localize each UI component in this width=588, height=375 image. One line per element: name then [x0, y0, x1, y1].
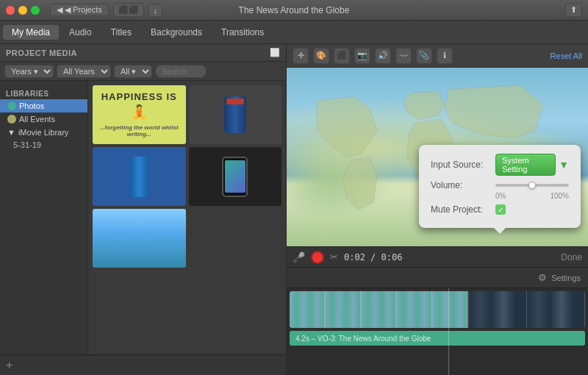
camera-tool[interactable]: 📷 — [354, 48, 370, 64]
audio-track[interactable]: 4.2s – VO-3: The News Around the Globe — [290, 331, 585, 346]
media-header: PROJECT MEDIA ⬜ — [0, 44, 286, 62]
settings-label[interactable]: Settings — [551, 274, 581, 282]
left-panel: PROJECT MEDIA ⬜ Years ▾ All Years All ▾ … — [0, 44, 287, 375]
import-btn[interactable]: ↓ — [148, 4, 163, 17]
input-source-control: System Setting ▼ — [495, 154, 569, 176]
project-media-label: PROJECT MEDIA — [6, 49, 77, 57]
toolbar: My Media Audio Titles Backgrounds Transi… — [0, 21, 588, 44]
phone-object — [222, 157, 248, 197]
gear-icon: ⚙ — [538, 272, 547, 283]
titlebar-left: ◀ ◀ Projects ⬛⬛ ↓ — [6, 3, 162, 17]
sidebar-item-date[interactable]: 5-31-19 — [0, 139, 87, 151]
tab-transitions[interactable]: Transitions — [212, 25, 273, 40]
years-filter[interactable]: Years ▾ — [4, 65, 54, 78]
right-panel: ✛ 🎨 ⬛ 📷 🔊 〰 📎 ℹ Reset All — [287, 44, 588, 375]
dark-frame-1 — [469, 291, 527, 328]
settings-row: ⚙ Settings — [287, 268, 588, 288]
window-title: The News Around the Globe — [239, 5, 350, 15]
sidebar: LIBRARIES Photos All Events ▼ iMovie Lib… — [0, 81, 88, 354]
preview-toolbar: ✛ 🎨 ⬛ 📷 🔊 〰 📎 ℹ Reset All — [287, 44, 588, 68]
titlebar-right: ⬆ — [565, 3, 582, 17]
back-label: ◀ Projects — [65, 5, 102, 15]
add-button[interactable]: + — [6, 359, 12, 372]
scissors-icon: ✂ — [330, 251, 338, 262]
content-area: LIBRARIES Photos All Events ▼ iMovie Lib… — [0, 81, 286, 354]
titlebar: ◀ ◀ Projects ⬛⬛ ↓ The News Around the Gl… — [0, 0, 588, 21]
reset-all-button[interactable]: Reset All — [551, 51, 582, 60]
tab-titles[interactable]: Titles — [102, 25, 140, 40]
sidebar-section-libraries: LIBRARIES — [0, 88, 87, 99]
swim-content — [93, 209, 186, 268]
mute-row: Mute Project: ✓ — [431, 204, 569, 215]
timeline-controls: 🎤 ✂ 0:02 / 0:06 Done — [287, 247, 588, 268]
input-source-row: Input Source: System Setting ▼ — [431, 154, 569, 176]
timeline-tracks: 4.2s – VO-3: The News Around the Globe — [287, 288, 588, 375]
info-tool[interactable]: ℹ — [437, 48, 453, 64]
microphone-icon: 🎤 — [293, 251, 305, 263]
track-segment-2 — [467, 291, 585, 328]
crosshair-tool[interactable]: ✛ — [293, 48, 309, 64]
phone-screen — [225, 160, 245, 193]
track-area: 4.2s – VO-3: The News Around the Globe — [287, 288, 588, 349]
crop-tool[interactable]: ⬛ — [334, 48, 350, 64]
track-frame-5 — [432, 291, 467, 328]
audio-track-label: 4.2s – VO-3: The News Around the Globe — [295, 335, 431, 343]
volume-tool[interactable]: 🔊 — [375, 48, 391, 64]
record-button[interactable] — [311, 251, 324, 264]
playhead — [448, 288, 449, 375]
media-thumb-beer[interactable] — [189, 85, 282, 144]
video-track[interactable] — [290, 291, 585, 328]
minimize-button[interactable] — [18, 6, 27, 15]
clip-tool[interactable]: 📎 — [416, 48, 432, 64]
volume-label: Volume: — [431, 180, 490, 190]
close-button[interactable] — [6, 6, 15, 15]
date-label: 5-31-19 — [13, 140, 41, 149]
back-arrow-icon: ◀ — [57, 5, 62, 15]
input-source-value[interactable]: System Setting — [495, 154, 556, 176]
back-button[interactable]: ◀ ◀ Projects — [50, 4, 109, 16]
track-frame-2 — [325, 291, 360, 328]
sidebar-item-photos[interactable]: Photos — [0, 99, 87, 113]
chevron-down-icon: ▼ — [7, 128, 15, 137]
tab-audio[interactable]: Audio — [60, 25, 101, 40]
input-source-label: Input Source: — [431, 160, 490, 170]
all-years-filter[interactable]: All Years — [57, 65, 111, 78]
mute-label: Mute Project: — [431, 204, 490, 215]
traffic-lights — [6, 6, 40, 15]
sidebar-photos-label: Photos — [19, 101, 44, 110]
share-btn[interactable]: ⬆ — [565, 3, 582, 17]
track-frame-1 — [290, 291, 325, 328]
clip-btn[interactable]: ⬛⬛ — [113, 3, 144, 17]
tab-backgrounds[interactable]: Backgrounds — [142, 25, 211, 40]
all-events-icon — [7, 115, 16, 124]
volume-row: Volume: — [431, 180, 569, 190]
vol-max-label: 100% — [550, 192, 569, 200]
media-thumb-phone[interactable] — [189, 147, 282, 206]
dark-frame-2 — [527, 291, 585, 328]
maximize-button[interactable] — [31, 6, 40, 15]
mute-checkbox[interactable]: ✓ — [495, 204, 506, 215]
dropdown-arrow-icon: ▼ — [559, 159, 569, 171]
volume-thumb — [528, 182, 536, 189]
volume-slider[interactable] — [495, 184, 569, 187]
done-button[interactable]: Done — [561, 252, 582, 262]
media-thumb-swim[interactable] — [93, 209, 186, 268]
tab-my-media[interactable]: My Media — [3, 25, 59, 40]
color-tool[interactable]: 🎨 — [313, 48, 329, 64]
photos-icon — [7, 101, 16, 110]
media-thumb-happiness[interactable]: HAPPINESS IS 🧘 ...forgetting the world w… — [93, 85, 186, 144]
sidebar-imovie-label: iMovie Library — [18, 128, 68, 137]
search-input[interactable] — [155, 65, 207, 78]
audio-popover: Input Source: System Setting ▼ Volume: 0… — [419, 145, 581, 228]
sidebar-item-imovie-library[interactable]: ▼ iMovie Library — [0, 126, 87, 139]
expand-icon[interactable]: ⬜ — [270, 48, 281, 57]
media-grid: HAPPINESS IS 🧘 ...forgetting the world w… — [88, 81, 286, 354]
sidebar-item-all-events[interactable]: All Events — [0, 113, 87, 126]
happiness-subtitle: ...forgetting the world whilst writing..… — [96, 124, 183, 138]
media-thumb-blue-can[interactable] — [93, 147, 186, 206]
beer-can-object — [224, 96, 246, 133]
left-panel-bottom: + — [0, 354, 286, 375]
noise-tool[interactable]: 〰 — [395, 48, 412, 64]
all-filter[interactable]: All ▾ — [114, 65, 152, 78]
track-frame-4 — [396, 291, 431, 328]
